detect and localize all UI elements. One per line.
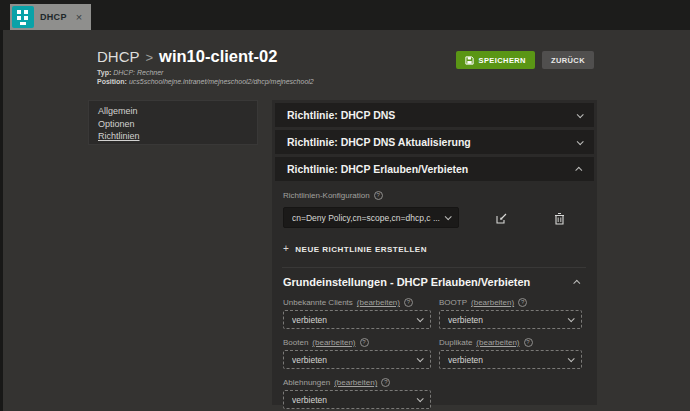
- delete-policy-button[interactable]: [551, 210, 567, 226]
- save-button-label: SPEICHERN: [479, 56, 526, 65]
- edit-icon: [495, 212, 508, 225]
- duplikate-select[interactable]: verbieten: [439, 350, 582, 369]
- field-label: BOOTP: [439, 298, 467, 307]
- sidebar-item-allgemein[interactable]: Allgemein: [98, 105, 257, 118]
- typ-value: DHCP: Rechner: [113, 69, 163, 76]
- chevron-down-icon: [568, 315, 575, 322]
- header-buttons: SPEICHERN ZURÜCK: [456, 51, 594, 69]
- bearbeiten-link[interactable]: (bearbeiten): [334, 378, 377, 387]
- field-unbekannte-clients: Unbekannte Clients (bearbeiten) ? verbie…: [283, 298, 431, 329]
- back-button[interactable]: ZURÜCK: [542, 51, 594, 69]
- save-icon: [465, 56, 474, 65]
- plus-icon: +: [283, 244, 289, 254]
- position-value: ucs5schoolhejne.intranet/mejneschool2/dh…: [129, 78, 314, 85]
- policy-config-label: Richtlinien-Konfiguration: [283, 191, 370, 200]
- left-edge-shadow: [0, 30, 3, 411]
- tab-bar: DHCP ×: [0, 0, 690, 30]
- field-bootp: BOOTP (bearbeiten) ? verbieten: [439, 298, 582, 329]
- help-icon[interactable]: ?: [360, 338, 369, 347]
- dhcp-module-icon: [12, 6, 34, 28]
- create-policy-button[interactable]: + NEUE RICHTLINIE ERSTELLEN: [283, 244, 580, 254]
- trash-icon: [554, 212, 565, 225]
- unbekannte-clients-select[interactable]: verbieten: [283, 310, 431, 329]
- help-icon[interactable]: ?: [381, 378, 390, 387]
- help-icon[interactable]: ?: [518, 298, 527, 307]
- chevron-up-icon: [575, 166, 582, 173]
- tab-dhcp[interactable]: DHCP ×: [10, 4, 91, 30]
- page-title: win10-client-02: [159, 47, 277, 66]
- policies-panel: Richtlinie: DHCP DNS Richtlinie: DHCP DN…: [272, 100, 597, 405]
- help-icon[interactable]: ?: [404, 298, 413, 307]
- edit-policy-button[interactable]: [493, 210, 509, 226]
- position-line: Position: ucs5schoolhejne.intranet/mejne…: [97, 77, 314, 86]
- accordion-title: Richtlinie: DHCP DNS Aktualisierung: [287, 136, 471, 148]
- chevron-down-icon: [417, 355, 424, 362]
- field-label: Unbekannte Clients: [283, 298, 353, 307]
- accordion-dhcp-dns-update[interactable]: Richtlinie: DHCP DNS Aktualisierung: [275, 130, 594, 154]
- policy-config-label-row: Richtlinien-Konfiguration ?: [283, 191, 580, 200]
- bearbeiten-link[interactable]: (bearbeiten): [476, 338, 519, 347]
- field-label: Duplikate: [439, 338, 472, 347]
- accordion-dhcp-allow-deny[interactable]: Richtlinie: DHCP Erlauben/Verbieten: [275, 157, 594, 181]
- tab-close-icon[interactable]: ×: [76, 12, 82, 23]
- back-button-label: ZURÜCK: [551, 56, 585, 65]
- accordion-dhcp-dns[interactable]: Richtlinie: DHCP DNS: [275, 103, 594, 127]
- bearbeiten-link[interactable]: (bearbeiten): [471, 298, 514, 307]
- policy-config-select[interactable]: cn=Deny Policy,cn=scope,cn=dhcp,c ...: [283, 207, 459, 228]
- field-booten: Booten (bearbeiten) ? verbieten: [283, 338, 431, 369]
- subsection-title: Grundeinstellungen - DHCP Erlauben/Verbi…: [283, 276, 530, 288]
- policy-config-row: cn=Deny Policy,cn=scope,cn=dhcp,c ...: [283, 207, 580, 228]
- sidebar-item-richtlinien[interactable]: Richtlinien: [98, 130, 257, 143]
- breadcrumb-separator-icon: >: [146, 50, 154, 65]
- bearbeiten-link[interactable]: (bearbeiten): [312, 338, 355, 347]
- field-ablehnungen: Ablehnungen (bearbeiten) ? verbieten: [283, 378, 431, 409]
- position-label: Position:: [97, 78, 127, 85]
- typ-line: Typ: DHCP: Rechner: [97, 68, 314, 77]
- chevron-down-icon: [445, 213, 452, 220]
- chevron-down-icon: [568, 355, 575, 362]
- object-meta: Typ: DHCP: Rechner Position: ucs5schoolh…: [97, 68, 314, 86]
- field-label: Booten: [283, 338, 308, 347]
- create-policy-label: NEUE RICHTLINIE ERSTELLEN: [295, 245, 427, 254]
- accordion-title: Richtlinie: DHCP Erlauben/Verbieten: [287, 163, 468, 175]
- breadcrumb: DHCP > win10-client-02: [97, 47, 277, 66]
- subsection-grundeinstellungen[interactable]: Grundeinstellungen - DHCP Erlauben/Verbi…: [283, 268, 580, 294]
- save-button[interactable]: SPEICHERN: [456, 51, 535, 69]
- accordion-body-dhcp-allow-deny: Richtlinien-Konfiguration ? cn=Deny Poli…: [272, 184, 597, 409]
- help-icon[interactable]: ?: [374, 191, 383, 200]
- settings-grid: Unbekannte Clients (bearbeiten) ? verbie…: [283, 298, 580, 409]
- chevron-down-icon: [417, 315, 424, 322]
- policy-config-value: cn=Deny Policy,cn=scope,cn=dhcp,c ...: [292, 213, 440, 223]
- tab-label: DHCP: [40, 12, 67, 22]
- field-duplikate: Duplikate (bearbeiten) ? verbieten: [439, 338, 582, 369]
- field-label: Ablehnungen: [283, 378, 330, 387]
- help-icon[interactable]: ?: [524, 338, 533, 347]
- umc-dhcp-detail-page: DHCP × DHCP > win10-client-02 Typ: DHCP:…: [0, 0, 690, 411]
- chevron-up-icon: [573, 279, 580, 286]
- chevron-down-icon: [577, 111, 584, 118]
- chevron-down-icon: [417, 395, 424, 402]
- typ-label: Typ:: [97, 69, 111, 76]
- booten-select[interactable]: verbieten: [283, 350, 431, 369]
- accordion-title: Richtlinie: DHCP DNS: [287, 109, 395, 121]
- bearbeiten-link[interactable]: (bearbeiten): [357, 298, 400, 307]
- bootp-select[interactable]: verbieten: [439, 310, 582, 329]
- breadcrumb-parent[interactable]: DHCP: [97, 48, 140, 65]
- section-nav: Allgemein Optionen Richtlinien: [88, 100, 258, 145]
- ablehnungen-select[interactable]: verbieten: [283, 390, 431, 409]
- chevron-down-icon: [577, 138, 584, 145]
- sidebar-item-optionen[interactable]: Optionen: [98, 118, 257, 131]
